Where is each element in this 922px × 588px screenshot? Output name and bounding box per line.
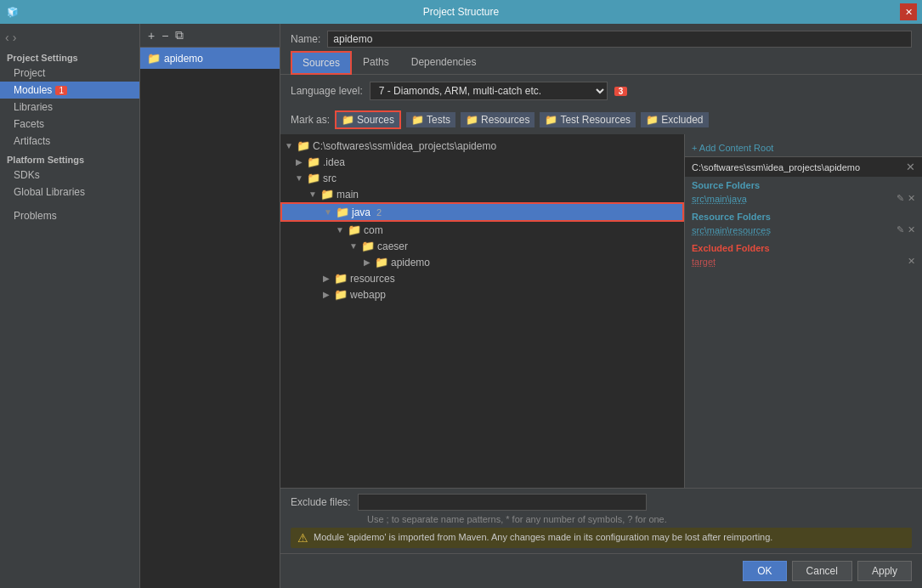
- tree-label-main: main: [337, 189, 359, 201]
- tree-node-main[interactable]: ▼ 📁 main: [280, 186, 684, 202]
- tree-node-webapp[interactable]: ▶ 📁 webapp: [280, 286, 684, 302]
- lang-select[interactable]: 7 - Diamonds, ARM, multi-catch etc.: [370, 82, 608, 100]
- tab-sources[interactable]: Sources: [291, 51, 352, 75]
- folder-icon-com: 📁: [348, 223, 361, 236]
- source-folder-delete-icon[interactable]: ✕: [908, 193, 915, 204]
- close-button[interactable]: ✕: [900, 3, 917, 20]
- lang-badge: 3: [614, 87, 628, 96]
- module-panel: + − ⧉ 📁 apidemo: [140, 24, 280, 588]
- test-resources-icon: 📁: [545, 114, 557, 126]
- apply-button[interactable]: Apply: [857, 561, 912, 581]
- test-resources-btn-label: Test Resources: [560, 114, 631, 126]
- arrow-caeser: ▼: [348, 241, 359, 251]
- remove-module-button[interactable]: −: [159, 28, 171, 43]
- bottom-section: Exclude files: Use ; to separate name pa…: [280, 488, 922, 553]
- tree-label-root: C:\softwares\ssm\idea_projects\apidemo: [313, 140, 496, 152]
- sidebar: ‹ › Project Settings Project Modules 1 L…: [0, 24, 140, 588]
- add-module-button[interactable]: +: [145, 28, 157, 43]
- tree-node-java[interactable]: ▼ 📁 java 2: [280, 202, 684, 222]
- sidebar-item-problems[interactable]: Problems: [0, 207, 139, 224]
- mark-excluded-button[interactable]: 📁 Excluded: [641, 112, 708, 127]
- mark-resources-button[interactable]: 📁 Resources: [461, 112, 535, 127]
- tests-btn-label: Tests: [427, 114, 450, 126]
- tests-icon: 📁: [411, 114, 424, 126]
- tab-bar: Sources Paths Dependencies: [280, 51, 922, 75]
- sidebar-item-sdks[interactable]: SDKs: [0, 167, 139, 184]
- name-input[interactable]: [327, 31, 912, 48]
- excluded-icon: 📁: [646, 114, 659, 126]
- source-folder-edit-icon[interactable]: ✎: [897, 193, 904, 204]
- tree-node-apidemo-nested[interactable]: ▶ 📁 apidemo: [280, 254, 684, 270]
- source-folder-path-1[interactable]: src\main\java: [692, 194, 747, 204]
- mark-test-resources-button[interactable]: 📁 Test Resources: [540, 112, 636, 127]
- source-folder-row-1: src\main\java ✎ ✕: [692, 192, 915, 205]
- tree-label-java: java: [352, 206, 370, 218]
- resources-btn-label: Resources: [481, 114, 529, 126]
- tree-label-webapp: webapp: [350, 289, 386, 301]
- add-content-root-button[interactable]: + Add Content Root: [685, 139, 922, 156]
- folder-icon-apidemo-nested: 📁: [375, 256, 388, 269]
- sidebar-item-global-libraries[interactable]: Global Libraries: [0, 184, 139, 201]
- arrow-apidemo-nested: ▶: [362, 257, 372, 267]
- sources-btn-label: Sources: [357, 114, 394, 126]
- resource-folder-delete-icon[interactable]: ✕: [908, 224, 915, 235]
- tree-node-caeser[interactable]: ▼ 📁 caeser: [280, 238, 684, 254]
- source-folders-section: Source Folders src\main\java ✎ ✕: [685, 177, 922, 208]
- tree-node-resources[interactable]: ▶ 📁 resources: [280, 270, 684, 286]
- sidebar-item-libraries[interactable]: Libraries: [0, 99, 139, 116]
- tree-node-com[interactable]: ▼ 📁 com: [280, 222, 684, 238]
- mark-tests-button[interactable]: 📁 Tests: [406, 112, 455, 127]
- nav-back[interactable]: ‹: [5, 31, 9, 44]
- excluded-folders-section: Excluded Folders target ✕: [685, 240, 922, 271]
- tree-label-idea: .idea: [323, 156, 345, 168]
- sources-icon: 📁: [342, 114, 354, 126]
- arrow-java: ▼: [323, 207, 333, 217]
- arrow-main: ▼: [308, 189, 318, 199]
- excluded-folders-title: Excluded Folders: [692, 243, 915, 253]
- project-settings-title: Project Settings: [0, 48, 139, 65]
- excluded-folder-delete-icon[interactable]: ✕: [908, 256, 915, 267]
- tree-node-src[interactable]: ▼ 📁 src: [280, 170, 684, 186]
- tree-label-src: src: [323, 172, 337, 184]
- arrow-src: ▼: [294, 173, 304, 183]
- module-folder-icon: 📁: [147, 52, 161, 65]
- resource-folders-title: Resource Folders: [692, 212, 915, 222]
- dialog-footer: OK Cancel Apply: [280, 553, 922, 588]
- tab-paths[interactable]: Paths: [352, 51, 400, 75]
- copy-module-button[interactable]: ⧉: [173, 27, 186, 43]
- sidebar-item-modules[interactable]: Modules 1: [0, 82, 139, 99]
- arrow-webapp: ▶: [321, 290, 331, 299]
- resource-folder-path-1[interactable]: src\main\resources: [692, 225, 771, 235]
- warning-icon: ⚠: [297, 531, 308, 545]
- window-title: Project Structure: [423, 6, 499, 18]
- module-item-apidemo[interactable]: 📁 apidemo: [140, 48, 280, 69]
- ok-button[interactable]: OK: [743, 561, 786, 581]
- badge-2: 2: [376, 207, 382, 218]
- content-root-header: C:\softwares\ssm\idea_projects\apidemo ✕: [685, 156, 922, 177]
- tree-label-caeser: caeser: [377, 240, 408, 252]
- nav-forward[interactable]: ›: [13, 31, 17, 44]
- sidebar-item-artifacts[interactable]: Artifacts: [0, 133, 139, 150]
- content-root-close[interactable]: ✕: [906, 161, 915, 173]
- sidebar-item-project[interactable]: Project: [0, 65, 139, 82]
- excluded-folder-path-1[interactable]: target: [692, 257, 716, 267]
- exclude-input[interactable]: [358, 494, 647, 511]
- folder-icon-idea: 📁: [307, 155, 320, 168]
- name-label: Name:: [291, 33, 320, 45]
- arrow-idea: ▶: [294, 157, 304, 167]
- cancel-button[interactable]: Cancel: [792, 561, 852, 581]
- resource-folder-edit-icon[interactable]: ✎: [897, 224, 904, 235]
- tab-dependencies[interactable]: Dependencies: [400, 51, 488, 75]
- resources-icon: 📁: [466, 114, 478, 126]
- tree-node-idea[interactable]: ▶ 📁 .idea: [280, 154, 684, 170]
- sidebar-item-facets[interactable]: Facets: [0, 116, 139, 133]
- folder-icon-src: 📁: [307, 172, 320, 184]
- arrow-root: ▼: [284, 141, 294, 150]
- tree-node-root[interactable]: ▼ 📁 C:\softwares\ssm\idea_projects\apide…: [280, 138, 684, 154]
- folder-icon-webapp: 📁: [334, 288, 348, 301]
- warning-row: ⚠ Module 'apidemo' is imported from Mave…: [291, 528, 912, 548]
- folder-icon-caeser: 📁: [361, 240, 375, 252]
- mark-sources-button[interactable]: 📁 Sources: [335, 110, 401, 129]
- tree-label-apidemo-nested: apidemo: [391, 257, 430, 269]
- right-panel: + Add Content Root C:\softwares\ssm\idea…: [684, 134, 922, 488]
